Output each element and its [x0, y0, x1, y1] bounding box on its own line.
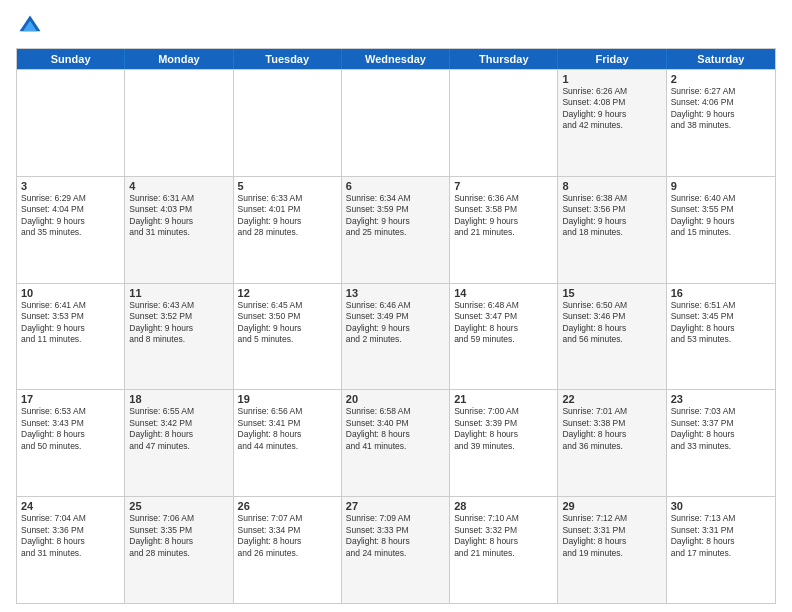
calendar: SundayMondayTuesdayWednesdayThursdayFrid… — [16, 48, 776, 604]
header-cell-monday: Monday — [125, 49, 233, 69]
day-number: 19 — [238, 393, 337, 405]
header-cell-sunday: Sunday — [17, 49, 125, 69]
day-cell-3: 3Sunrise: 6:29 AM Sunset: 4:04 PM Daylig… — [17, 177, 125, 283]
calendar-header: SundayMondayTuesdayWednesdayThursdayFrid… — [17, 49, 775, 69]
day-info: Sunrise: 6:38 AM Sunset: 3:56 PM Dayligh… — [562, 193, 661, 239]
day-cell-27: 27Sunrise: 7:09 AM Sunset: 3:33 PM Dayli… — [342, 497, 450, 603]
day-number: 2 — [671, 73, 771, 85]
day-cell-20: 20Sunrise: 6:58 AM Sunset: 3:40 PM Dayli… — [342, 390, 450, 496]
week-row-3: 17Sunrise: 6:53 AM Sunset: 3:43 PM Dayli… — [17, 389, 775, 496]
day-info: Sunrise: 6:56 AM Sunset: 3:41 PM Dayligh… — [238, 406, 337, 452]
day-cell-19: 19Sunrise: 6:56 AM Sunset: 3:41 PM Dayli… — [234, 390, 342, 496]
day-cell-14: 14Sunrise: 6:48 AM Sunset: 3:47 PM Dayli… — [450, 284, 558, 390]
day-info: Sunrise: 7:06 AM Sunset: 3:35 PM Dayligh… — [129, 513, 228, 559]
day-number: 11 — [129, 287, 228, 299]
day-cell-29: 29Sunrise: 7:12 AM Sunset: 3:31 PM Dayli… — [558, 497, 666, 603]
day-number: 21 — [454, 393, 553, 405]
logo-icon — [16, 12, 44, 40]
day-cell-22: 22Sunrise: 7:01 AM Sunset: 3:38 PM Dayli… — [558, 390, 666, 496]
week-row-2: 10Sunrise: 6:41 AM Sunset: 3:53 PM Dayli… — [17, 283, 775, 390]
day-number: 29 — [562, 500, 661, 512]
day-number: 6 — [346, 180, 445, 192]
day-info: Sunrise: 6:53 AM Sunset: 3:43 PM Dayligh… — [21, 406, 120, 452]
day-info: Sunrise: 6:55 AM Sunset: 3:42 PM Dayligh… — [129, 406, 228, 452]
day-number: 23 — [671, 393, 771, 405]
day-number: 8 — [562, 180, 661, 192]
day-cell-empty-1 — [125, 70, 233, 176]
day-info: Sunrise: 7:13 AM Sunset: 3:31 PM Dayligh… — [671, 513, 771, 559]
day-cell-15: 15Sunrise: 6:50 AM Sunset: 3:46 PM Dayli… — [558, 284, 666, 390]
day-info: Sunrise: 7:01 AM Sunset: 3:38 PM Dayligh… — [562, 406, 661, 452]
day-cell-7: 7Sunrise: 6:36 AM Sunset: 3:58 PM Daylig… — [450, 177, 558, 283]
header — [16, 12, 776, 40]
day-number: 13 — [346, 287, 445, 299]
day-info: Sunrise: 6:43 AM Sunset: 3:52 PM Dayligh… — [129, 300, 228, 346]
day-number: 24 — [21, 500, 120, 512]
day-cell-4: 4Sunrise: 6:31 AM Sunset: 4:03 PM Daylig… — [125, 177, 233, 283]
day-info: Sunrise: 7:04 AM Sunset: 3:36 PM Dayligh… — [21, 513, 120, 559]
day-cell-empty-4 — [450, 70, 558, 176]
day-info: Sunrise: 7:00 AM Sunset: 3:39 PM Dayligh… — [454, 406, 553, 452]
day-cell-30: 30Sunrise: 7:13 AM Sunset: 3:31 PM Dayli… — [667, 497, 775, 603]
day-info: Sunrise: 6:50 AM Sunset: 3:46 PM Dayligh… — [562, 300, 661, 346]
calendar-body: 1Sunrise: 6:26 AM Sunset: 4:08 PM Daylig… — [17, 69, 775, 603]
day-info: Sunrise: 7:12 AM Sunset: 3:31 PM Dayligh… — [562, 513, 661, 559]
day-cell-empty-0 — [17, 70, 125, 176]
day-info: Sunrise: 7:10 AM Sunset: 3:32 PM Dayligh… — [454, 513, 553, 559]
day-cell-16: 16Sunrise: 6:51 AM Sunset: 3:45 PM Dayli… — [667, 284, 775, 390]
week-row-4: 24Sunrise: 7:04 AM Sunset: 3:36 PM Dayli… — [17, 496, 775, 603]
day-cell-24: 24Sunrise: 7:04 AM Sunset: 3:36 PM Dayli… — [17, 497, 125, 603]
day-cell-8: 8Sunrise: 6:38 AM Sunset: 3:56 PM Daylig… — [558, 177, 666, 283]
logo — [16, 12, 48, 40]
day-number: 30 — [671, 500, 771, 512]
day-cell-empty-3 — [342, 70, 450, 176]
week-row-1: 3Sunrise: 6:29 AM Sunset: 4:04 PM Daylig… — [17, 176, 775, 283]
day-cell-5: 5Sunrise: 6:33 AM Sunset: 4:01 PM Daylig… — [234, 177, 342, 283]
day-cell-25: 25Sunrise: 7:06 AM Sunset: 3:35 PM Dayli… — [125, 497, 233, 603]
day-cell-18: 18Sunrise: 6:55 AM Sunset: 3:42 PM Dayli… — [125, 390, 233, 496]
day-info: Sunrise: 6:45 AM Sunset: 3:50 PM Dayligh… — [238, 300, 337, 346]
day-number: 15 — [562, 287, 661, 299]
day-number: 26 — [238, 500, 337, 512]
day-info: Sunrise: 6:26 AM Sunset: 4:08 PM Dayligh… — [562, 86, 661, 132]
day-number: 7 — [454, 180, 553, 192]
page: SundayMondayTuesdayWednesdayThursdayFrid… — [0, 0, 792, 612]
day-info: Sunrise: 7:09 AM Sunset: 3:33 PM Dayligh… — [346, 513, 445, 559]
day-cell-10: 10Sunrise: 6:41 AM Sunset: 3:53 PM Dayli… — [17, 284, 125, 390]
day-number: 17 — [21, 393, 120, 405]
day-info: Sunrise: 6:40 AM Sunset: 3:55 PM Dayligh… — [671, 193, 771, 239]
header-cell-tuesday: Tuesday — [234, 49, 342, 69]
day-cell-12: 12Sunrise: 6:45 AM Sunset: 3:50 PM Dayli… — [234, 284, 342, 390]
day-number: 20 — [346, 393, 445, 405]
day-info: Sunrise: 6:58 AM Sunset: 3:40 PM Dayligh… — [346, 406, 445, 452]
header-cell-wednesday: Wednesday — [342, 49, 450, 69]
day-number: 14 — [454, 287, 553, 299]
day-info: Sunrise: 6:29 AM Sunset: 4:04 PM Dayligh… — [21, 193, 120, 239]
day-number: 4 — [129, 180, 228, 192]
day-cell-9: 9Sunrise: 6:40 AM Sunset: 3:55 PM Daylig… — [667, 177, 775, 283]
day-cell-21: 21Sunrise: 7:00 AM Sunset: 3:39 PM Dayli… — [450, 390, 558, 496]
day-cell-2: 2Sunrise: 6:27 AM Sunset: 4:06 PM Daylig… — [667, 70, 775, 176]
day-cell-empty-2 — [234, 70, 342, 176]
header-cell-friday: Friday — [558, 49, 666, 69]
day-info: Sunrise: 6:33 AM Sunset: 4:01 PM Dayligh… — [238, 193, 337, 239]
header-cell-thursday: Thursday — [450, 49, 558, 69]
day-number: 9 — [671, 180, 771, 192]
day-info: Sunrise: 6:34 AM Sunset: 3:59 PM Dayligh… — [346, 193, 445, 239]
day-number: 3 — [21, 180, 120, 192]
day-cell-23: 23Sunrise: 7:03 AM Sunset: 3:37 PM Dayli… — [667, 390, 775, 496]
day-number: 27 — [346, 500, 445, 512]
day-cell-28: 28Sunrise: 7:10 AM Sunset: 3:32 PM Dayli… — [450, 497, 558, 603]
day-info: Sunrise: 7:03 AM Sunset: 3:37 PM Dayligh… — [671, 406, 771, 452]
day-number: 22 — [562, 393, 661, 405]
day-cell-1: 1Sunrise: 6:26 AM Sunset: 4:08 PM Daylig… — [558, 70, 666, 176]
day-info: Sunrise: 6:48 AM Sunset: 3:47 PM Dayligh… — [454, 300, 553, 346]
day-info: Sunrise: 6:36 AM Sunset: 3:58 PM Dayligh… — [454, 193, 553, 239]
day-number: 10 — [21, 287, 120, 299]
day-number: 18 — [129, 393, 228, 405]
day-number: 28 — [454, 500, 553, 512]
day-info: Sunrise: 6:41 AM Sunset: 3:53 PM Dayligh… — [21, 300, 120, 346]
day-number: 25 — [129, 500, 228, 512]
day-info: Sunrise: 7:07 AM Sunset: 3:34 PM Dayligh… — [238, 513, 337, 559]
day-info: Sunrise: 6:51 AM Sunset: 3:45 PM Dayligh… — [671, 300, 771, 346]
